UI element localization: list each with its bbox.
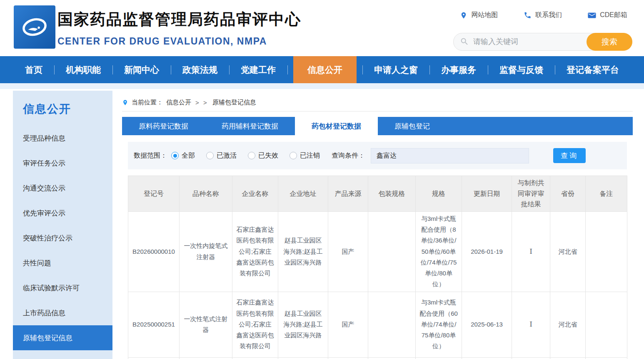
phone-icon: [524, 11, 532, 19]
site-subtitle: CENTER FOR DRUG EVALUATION, NMPA: [57, 36, 301, 47]
cell-product-source: 国产: [328, 292, 368, 357]
sidebar-item-accepted-varieties[interactable]: 受理品种信息: [13, 126, 112, 151]
column-header-company-name: 企业名称: [232, 176, 278, 212]
nav-item-registration-platform[interactable]: 登记备案平台: [561, 56, 625, 83]
cell-company-address: 赵县工业园区海兴路;赵县工业园区海兴路: [278, 292, 328, 357]
tab-packaging-material-registration[interactable]: 药包材登记数据: [295, 117, 378, 135]
radio-all-label: 全部: [182, 151, 195, 160]
radio-circle-icon: [171, 152, 179, 159]
radio-activated-label: 已激活: [217, 151, 237, 160]
mailbox-link[interactable]: CDE邮箱: [588, 11, 627, 20]
cell-empty: [462, 357, 512, 359]
column-header-province: 省份: [550, 176, 586, 212]
radio-circle-icon: [290, 152, 297, 159]
nav-item-party-building[interactable]: 党建工作: [235, 56, 282, 83]
main-nav: 首页 机构职能 新闻中心 政策法规 党建工作 信息公开 申请人之窗 办事服务 监…: [0, 56, 644, 83]
sidebar-item-priority-review[interactable]: 优先审评公示: [13, 201, 112, 225]
cell-packaging-spec: [368, 211, 416, 292]
nav-item-information-disclosure[interactable]: 信息公开: [293, 56, 357, 83]
nav-divider: [488, 65, 488, 74]
site-header: 国家药品监督管理局药品审评中心 CENTER FOR DRUG EVALUATI…: [0, 0, 644, 56]
nav-item-functions[interactable]: 机构职能: [60, 56, 107, 83]
cell-joint-review-result: I: [512, 211, 550, 292]
query-button[interactable]: 查询: [553, 148, 586, 163]
location-pin-icon: [122, 99, 128, 106]
breadcrumb-label: 当前位置：: [132, 99, 163, 106]
nav-item-policies[interactable]: 政策法规: [177, 56, 223, 83]
cell-company-name: 石家庄鑫富达医药包装有限公司;石家庄鑫富达医药包装有限公司: [232, 211, 278, 292]
sidebar-item-clinical-trial-implied-license[interactable]: 临床试验默示许可: [13, 275, 112, 300]
column-header-company-address: 企业地址: [278, 176, 328, 212]
radio-activated[interactable]: 已激活: [206, 151, 237, 160]
breadcrumb-current[interactable]: 原辅包登记信息: [212, 99, 256, 106]
header-quick-links: 网站地图 联系我们 CDE邮箱: [460, 11, 627, 20]
nav-item-services[interactable]: 办事服务: [435, 56, 482, 83]
column-header-packaging-spec: 包装规格: [368, 176, 416, 212]
cell-empty: [512, 357, 550, 359]
sidebar-item-raw-excipient-packaging-registration[interactable]: 原辅包登记信息: [13, 325, 112, 350]
contact-link-label: 联系我们: [535, 11, 562, 20]
table-row: B20260000010 一次性内旋笔式注射器 石家庄鑫富达医药包装有限公司;石…: [128, 211, 627, 292]
sidebar-item-common-issues[interactable]: 共性问题: [13, 250, 112, 275]
sidebar-item-communication[interactable]: 沟通交流公示: [13, 176, 112, 201]
map-pin-icon: [460, 11, 467, 20]
cell-empty: [128, 357, 180, 359]
search-icon: [460, 37, 469, 46]
column-header-variety-name: 品种名称: [180, 176, 232, 212]
cell-empty: [232, 357, 278, 359]
registration-table: 登记号 品种名称 企业名称 企业地址 产品来源 包装规格 规格 更新日期 与制剂…: [128, 176, 627, 359]
sidebar-item-breakthrough-therapy[interactable]: 突破性治疗公示: [13, 225, 112, 250]
nav-item-applicant-window[interactable]: 申请人之窗: [368, 56, 424, 83]
sitemap-link[interactable]: 网站地图: [460, 11, 498, 20]
radio-expired-label: 已失效: [258, 151, 278, 160]
cell-province: 河北省: [550, 211, 586, 292]
column-header-spec: 规格: [416, 176, 462, 212]
radio-circle-icon: [206, 152, 214, 159]
sidebar-item-drug-catalog[interactable]: 药品目录集信息: [13, 350, 112, 359]
cell-empty: [550, 357, 586, 359]
cell-empty: [368, 357, 416, 359]
radio-circle-icon: [248, 152, 255, 159]
query-condition-input[interactable]: [371, 148, 529, 163]
sidebar-item-review-tasks[interactable]: 审评任务公示: [13, 151, 112, 176]
cell-remarks: [586, 211, 627, 292]
sidebar-title: 信息公开: [13, 100, 112, 118]
cell-empty: [180, 357, 232, 359]
keyword-search-input[interactable]: [473, 33, 586, 50]
tab-raw-excipient-packaging[interactable]: 原辅包登记: [378, 117, 447, 135]
breadcrumb-separator: > >: [195, 99, 208, 106]
cell-variety-name: 一次性内旋笔式注射器: [180, 211, 232, 292]
fish-logo-icon: [18, 11, 51, 43]
tab-api-registration[interactable]: 原料药登记数据: [122, 117, 205, 135]
scope-radio-group: 全部 已激活 已失效 已注销: [171, 151, 320, 160]
radio-all[interactable]: 全部: [171, 151, 195, 160]
column-header-registration-number: 登记号: [128, 176, 180, 212]
nav-item-supervision-feedback[interactable]: 监督与反馈: [494, 56, 549, 83]
column-header-remarks: 备注: [586, 176, 627, 212]
nav-item-news[interactable]: 新闻中心: [118, 56, 165, 83]
cell-spec: 与3ml卡式瓶配合使用（8单位/36单位/50单位/60单位/74单位/75单位…: [416, 211, 462, 292]
tab-excipient-registration[interactable]: 药用辅料登记数据: [205, 117, 295, 135]
radio-expired[interactable]: 已失效: [248, 151, 278, 160]
cell-variety-name: 一次性笔式注射器: [180, 292, 232, 357]
mailbox-link-label: CDE邮箱: [600, 11, 627, 20]
breadcrumb-section[interactable]: 信息公开: [166, 99, 191, 106]
cell-registration-number: B20260000010: [128, 211, 180, 292]
nav-divider: [112, 65, 113, 74]
radio-cancelled[interactable]: 已注销: [290, 151, 320, 160]
column-header-update-date: 更新日期: [462, 176, 512, 212]
cell-company-name: 石家庄鑫富达医药包装有限公司;石家庄鑫富达医药包装有限公司: [232, 292, 278, 357]
sidebar-item-marketed-drugs[interactable]: 上市药品信息: [13, 300, 112, 325]
table-header-row: 登记号 品种名称 企业名称 企业地址 产品来源 包装规格 规格 更新日期 与制剂…: [128, 176, 627, 212]
site-title-block: 国家药品监督管理局药品审评中心 CENTER FOR DRUG EVALUATI…: [57, 9, 301, 47]
header-search-button[interactable]: 搜索: [587, 33, 632, 51]
cell-province: 河北省: [550, 292, 586, 357]
breadcrumb: 当前位置： 信息公开 > > 原辅包登记信息: [122, 94, 633, 111]
nav-item-home[interactable]: 首页: [19, 56, 48, 83]
contact-link[interactable]: 联系我们: [524, 11, 562, 20]
scope-label: 数据范围：: [134, 151, 167, 160]
cell-empty: [278, 357, 328, 359]
cell-empty: [416, 357, 462, 359]
query-condition-label: 查询条件：: [332, 151, 365, 160]
subnav-strip: [0, 83, 644, 89]
